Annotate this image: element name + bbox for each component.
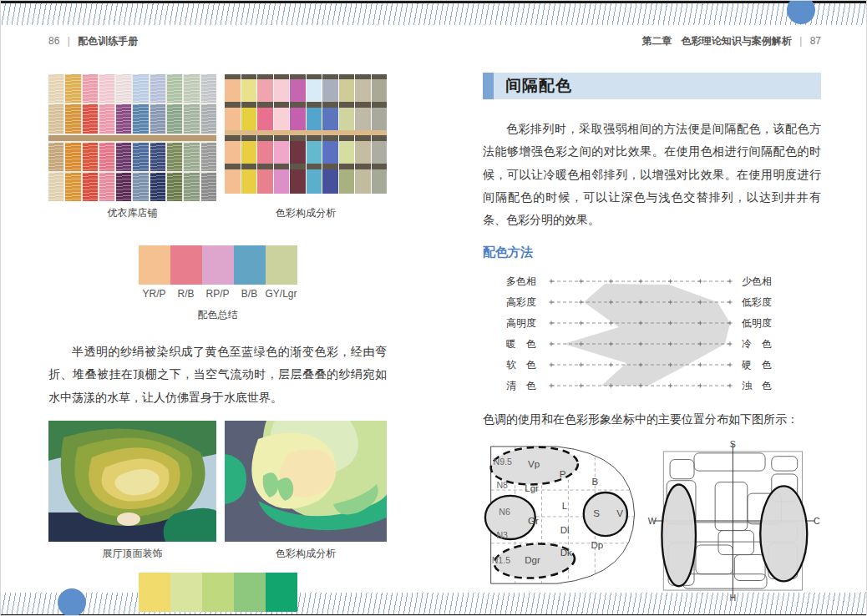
grid-cell	[257, 135, 273, 141]
grid-cell	[372, 108, 388, 130]
tone-gr: Gr	[528, 516, 539, 526]
grid-cell	[322, 169, 338, 194]
palette-swatch: R/B	[170, 245, 202, 300]
grid-cell	[274, 108, 290, 130]
grid-cell	[322, 79, 338, 102]
palette-swatch: Y/P	[139, 573, 170, 616]
clothes-stack	[184, 143, 199, 171]
clothes-stack	[184, 74, 199, 103]
grid-cell	[225, 169, 241, 194]
swatch-label: YR/P	[139, 288, 170, 300]
grid-cell	[257, 79, 273, 102]
clothes-stack	[83, 104, 98, 133]
shelf-row	[48, 74, 216, 103]
grid-cell	[290, 164, 306, 169]
tone-vp: Vp	[528, 460, 540, 470]
grid-cell	[355, 164, 371, 169]
scale-right-label: 低明度	[742, 317, 772, 329]
grid-cell	[307, 108, 322, 130]
grid-cell	[274, 102, 290, 108]
palette-swatch: GY/Lgr	[266, 245, 297, 300]
grid-row	[225, 108, 387, 130]
grid-cell	[355, 141, 371, 164]
grid-row	[225, 169, 387, 194]
clothes-stack	[150, 173, 165, 201]
grid-cell	[290, 102, 306, 108]
ceiling-analysis-art	[225, 421, 387, 542]
figure-row-2	[48, 421, 387, 542]
left-paragraph: 半透明的纱绢被染织成了黄色至蓝绿色的渐变色彩，经由弯折、堆叠被挂在顶棚之下，当空…	[48, 341, 387, 409]
n8-label: N8	[496, 481, 508, 491]
clothes-stack	[167, 104, 182, 133]
grid-cell	[355, 102, 371, 108]
clothes-stack	[201, 104, 216, 133]
grid-cell	[274, 79, 290, 102]
chapter-title: 色彩理论知识与案例解析	[682, 35, 792, 47]
grid-cell	[274, 169, 290, 194]
grid-cell	[355, 169, 371, 194]
grid-row	[225, 141, 387, 164]
swatch-label: R/B	[170, 288, 202, 300]
clothes-stack	[150, 74, 165, 103]
right-page: 第二章 色彩理论知识与案例解析 | 87 间隔配色 色彩排列时，采取强弱相间的方…	[483, 34, 821, 604]
grid-cell	[372, 141, 388, 164]
book-spread: { "decor":{"accent_blue":"#5c8fcb","hatc…	[0, 0, 867, 616]
clothes-stack	[201, 143, 216, 171]
grid-cell	[225, 135, 241, 141]
clothes-stack	[48, 104, 63, 133]
scale-left-label: 暖 色	[506, 338, 536, 350]
grid-cell	[257, 141, 273, 164]
grid-cell	[339, 135, 355, 141]
grid-row	[225, 164, 387, 169]
wood-shelf	[48, 135, 216, 141]
palette-2: Y/PGY/PGY/BG/BBG/V	[48, 573, 387, 616]
scale-left-label: 多色相	[506, 275, 536, 287]
swatch-color	[202, 245, 234, 285]
grid-cell	[290, 141, 306, 164]
scale-right-label: 低彩度	[742, 296, 772, 308]
clothes-stack	[167, 143, 182, 171]
grid-cell	[372, 135, 388, 141]
swatch-color	[170, 573, 202, 612]
color-image-coordinate-map: S H W C	[647, 437, 821, 604]
clothes-stack	[167, 173, 182, 201]
grid-row	[225, 79, 387, 102]
chapter-label: 第二章	[641, 35, 672, 47]
clothes-stack	[99, 104, 114, 133]
grid-cell	[307, 135, 322, 141]
analysis-caption: 色彩构成分析	[225, 547, 387, 561]
grid-cell	[322, 164, 338, 169]
grid-cell	[372, 79, 388, 102]
scale-shape	[564, 284, 730, 386]
tone-dl: Dl	[560, 526, 570, 536]
grid-cell	[355, 79, 371, 102]
grid-cell	[322, 141, 338, 164]
grid-cell	[241, 164, 257, 169]
tone-s: S	[593, 508, 600, 518]
grid-cell	[339, 141, 355, 164]
swatch-label: B/B	[234, 288, 266, 300]
palette-swatch: B/B	[234, 245, 266, 300]
header-separator: |	[799, 35, 802, 47]
grid-cell	[339, 164, 355, 169]
scale-left-label: 清 色	[506, 380, 536, 391]
grid-cell	[257, 102, 273, 108]
scale-left-label: 高明度	[506, 317, 536, 329]
grid-cell	[355, 108, 371, 130]
clothes-stack	[116, 143, 131, 171]
swatch-color	[234, 245, 266, 285]
section-title-band: 间隔配色	[483, 73, 821, 99]
clothes-stack	[116, 104, 131, 133]
clothes-stack	[184, 173, 199, 201]
shelf-row	[48, 143, 216, 171]
grid-cell	[372, 102, 388, 108]
palette-swatch: YR/P	[139, 245, 170, 300]
grid-cell	[274, 141, 290, 164]
clothes-stack	[48, 74, 63, 103]
ceiling-photo	[48, 421, 216, 542]
clothes-stack	[167, 74, 182, 103]
grid-cell	[290, 169, 306, 194]
grid-cell	[257, 108, 273, 130]
clothes-stack	[83, 74, 98, 103]
grid-cell	[372, 164, 388, 169]
